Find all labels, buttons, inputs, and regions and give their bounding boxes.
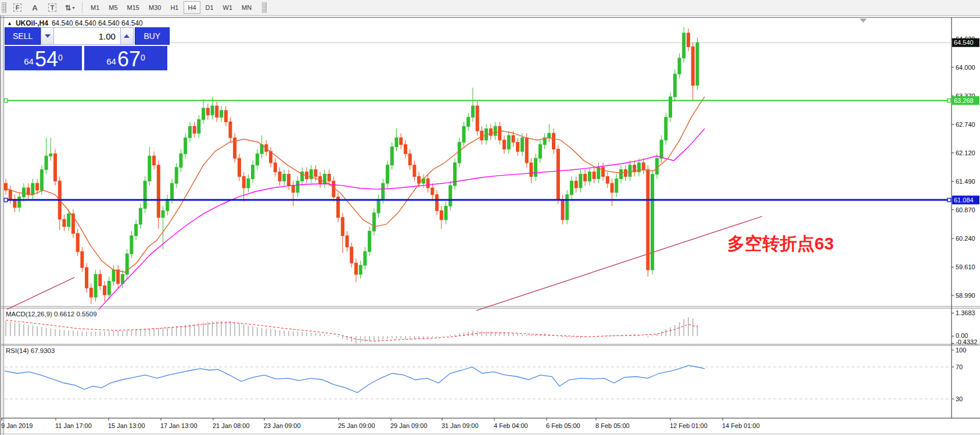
timeframe-button-h4[interactable]: H4 [184, 1, 200, 14]
candle [620, 170, 623, 179]
timeframe-button-mn[interactable]: MN [238, 1, 256, 14]
svg-text:30: 30 [956, 395, 963, 402]
svg-text:100: 100 [956, 347, 966, 354]
candle [611, 183, 613, 192]
candle [440, 211, 443, 220]
font-a-icon[interactable]: A [27, 1, 42, 14]
candle [462, 126, 465, 142]
toolbar: F A T ⇅▾ M1M5M15M30H1H4D1W1MN [0, 0, 980, 16]
candle [354, 263, 357, 274]
candle [296, 181, 299, 192]
candle [180, 154, 182, 167]
candle [247, 179, 250, 188]
toolbar-grip[interactable] [2, 2, 6, 13]
candle [49, 154, 52, 156]
candle [175, 167, 178, 183]
svg-text:62.740: 62.740 [956, 121, 975, 128]
chart-window: 64.62064.00063.37062.74062.12061.49060.8… [0, 15, 980, 435]
candle [36, 183, 39, 190]
candle [629, 165, 631, 177]
buy-price-display[interactable]: 64 67 0 [84, 46, 167, 70]
candle [45, 156, 48, 169]
candle [678, 58, 681, 74]
candle [117, 270, 120, 283]
candle [31, 183, 34, 195]
candle [413, 165, 416, 177]
time-axis-label: 14 Feb 01:00 [722, 422, 760, 429]
volume-increase-button[interactable] [120, 27, 134, 45]
candle [99, 274, 102, 286]
timeframe-button-w1[interactable]: W1 [219, 1, 237, 14]
chart-freeze-icon[interactable]: F [10, 1, 25, 14]
timeframe-button-m5[interactable]: M5 [105, 1, 121, 14]
candle [557, 149, 559, 199]
candle [584, 174, 587, 181]
candle [683, 33, 685, 58]
candle [67, 214, 70, 227]
text-label-icon[interactable]: T [45, 1, 60, 14]
candle [386, 165, 389, 183]
candle [687, 33, 690, 47]
buy-price-prefix: 64 [106, 54, 116, 69]
candle [112, 270, 115, 281]
time-axis-label: 29 Jan 09:00 [390, 422, 428, 429]
cursor-arrows-icon[interactable]: ⇅▾ [62, 1, 77, 14]
candle [436, 195, 439, 211]
chevron-down-icon[interactable]: ▾ [72, 5, 74, 10]
candle [673, 74, 676, 97]
candle [404, 145, 407, 154]
toolbar-grip-2[interactable] [262, 2, 267, 13]
candle [18, 197, 21, 208]
candle [651, 174, 654, 270]
candle [647, 170, 649, 270]
candle [314, 170, 317, 177]
candle [507, 136, 510, 149]
candle [153, 156, 156, 165]
time-axis-label: 31 Jan 09:00 [441, 422, 479, 429]
candle [135, 224, 138, 236]
candle [552, 133, 555, 149]
candle [471, 106, 474, 117]
time-axis-label: 4 Feb 04:00 [494, 422, 528, 429]
chart-annotation-text: 多空转折点63 [727, 232, 834, 256]
cursor-arrows-glyph: ⇅ [65, 3, 71, 12]
candle [130, 236, 133, 254]
candle [561, 199, 564, 220]
buy-button[interactable]: BUY [135, 27, 170, 45]
font-a-glyph: A [32, 3, 37, 12]
sell-price-display[interactable]: 64 54 0 [5, 46, 82, 70]
svg-text:61.490: 61.490 [956, 178, 975, 185]
svg-text:59.610: 59.610 [956, 263, 975, 270]
candle [166, 199, 169, 211]
timeframe-button-d1[interactable]: D1 [202, 1, 218, 14]
collapse-triangle-icon[interactable]: ▲ [7, 20, 12, 26]
sell-button[interactable]: SELL [5, 27, 41, 45]
volume-input[interactable] [54, 27, 120, 45]
candle [548, 133, 551, 138]
svg-text:58.990: 58.990 [956, 292, 975, 299]
price-chart-canvas[interactable]: 64.62064.00063.37062.74062.12061.49060.8… [0, 15, 980, 435]
candle [520, 138, 523, 151]
time-axis-label: 21 Jan 08:00 [213, 422, 250, 429]
text-label-glyph: T [48, 3, 57, 12]
candle [512, 136, 515, 142]
candle [292, 186, 295, 192]
sell-price-big: 54 [35, 49, 58, 69]
candle [395, 138, 398, 147]
candle [498, 126, 501, 140]
time-axis-label: 8 Feb 05:00 [595, 422, 630, 429]
candle [107, 281, 110, 295]
candle [63, 219, 66, 227]
candle [359, 265, 362, 274]
timeframe-button-h1[interactable]: H1 [166, 1, 182, 14]
timeframe-button-m1[interactable]: M1 [87, 1, 103, 14]
buy-price-sup: 0 [141, 46, 145, 69]
timeframe-button-m30[interactable]: M30 [145, 1, 165, 14]
candle [206, 108, 209, 115]
candle [364, 252, 367, 265]
volume-decrease-button[interactable] [41, 27, 54, 45]
price-tag: 61.084 [954, 197, 974, 204]
sell-price-prefix: 64 [24, 54, 34, 69]
sell-price-sup: 0 [58, 46, 63, 69]
timeframe-button-m15[interactable]: M15 [123, 1, 143, 14]
